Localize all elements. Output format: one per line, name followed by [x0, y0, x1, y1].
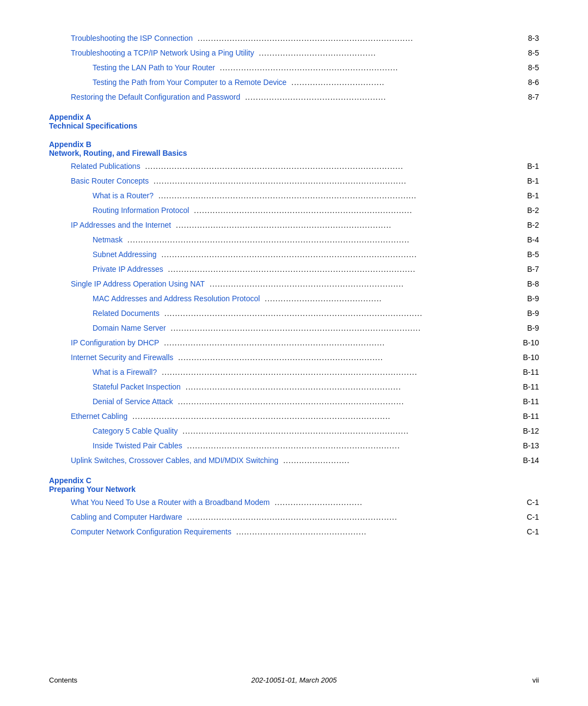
toc-row-c3: Computer Network Configuration Requireme… — [49, 526, 539, 538]
appendix-a-label: Appendix A — [49, 113, 539, 121]
footer-label: Contents — [49, 676, 77, 684]
toc-row-b8: Private IP Addresses ...................… — [49, 264, 539, 275]
toc-dots-b16: ........................................… — [183, 381, 521, 393]
toc-row-e4: Testing the Path from Your Computer to a… — [49, 77, 539, 88]
toc-link-b8[interactable]: Private IP Addresses — [93, 264, 163, 275]
toc-dots-b7: ........................................… — [159, 249, 525, 260]
toc-link-b19[interactable]: Category 5 Cable Quality — [93, 425, 177, 437]
toc-row-e2: Troubleshooting a TCP/IP Network Using a… — [49, 47, 539, 59]
toc-link-b12[interactable]: Domain Name Server — [93, 322, 166, 334]
toc-page-b5: B-2 — [527, 220, 539, 231]
toc-link-b14[interactable]: Internet Security and Firewalls — [71, 352, 173, 363]
toc-link-b2[interactable]: Basic Router Concepts — [71, 175, 149, 187]
toc-page-b9: B-8 — [527, 278, 539, 290]
toc-link-b1[interactable]: Related Publications — [71, 161, 140, 172]
toc-page-e5: 8-7 — [528, 92, 539, 103]
appendix-c-label: Appendix C — [49, 476, 539, 485]
toc-row-b2: Basic Router Concepts ..................… — [49, 175, 539, 187]
appendix-a-header: Appendix A Technical Specifications — [49, 113, 539, 130]
toc-dots-b19: ........................................… — [180, 425, 520, 437]
toc-row-b14: Internet Security and Firewalls ........… — [49, 352, 539, 363]
toc-link-b17[interactable]: Denial of Service Attack — [93, 396, 173, 407]
toc-page-b8: B-7 — [527, 264, 539, 275]
toc-page-c1: C-1 — [526, 497, 539, 508]
appendix-c-header: Appendix C Preparing Your Network — [49, 476, 539, 494]
toc-page-c3: C-1 — [526, 526, 539, 538]
toc-dots-b3: ........................................… — [156, 190, 525, 202]
toc-link-e2[interactable]: Troubleshooting a TCP/IP Network Using a… — [71, 47, 254, 59]
toc-row-b13: IP Configuration by DHCP ...............… — [49, 337, 539, 349]
toc-link-b11[interactable]: Related Documents — [93, 308, 160, 319]
toc-page-b21: B-14 — [523, 455, 539, 466]
toc-link-b21[interactable]: Uplink Switches, Crossover Cables, and M… — [71, 455, 278, 466]
toc-page-b19: B-12 — [523, 425, 539, 437]
appendix-b-entries: Related Publications ...................… — [49, 161, 539, 466]
toc-page-b18: B-11 — [523, 411, 539, 422]
toc-dots-c1: ................................. — [272, 497, 525, 508]
toc-page-b7: B-5 — [527, 249, 539, 260]
chapter8-entries: Troubleshooting the ISP Connection .....… — [49, 33, 539, 103]
toc-dots-b21: ......................... — [280, 455, 520, 466]
toc-dots-b10: ........................................… — [262, 293, 525, 305]
toc-row-b1: Related Publications ...................… — [49, 161, 539, 172]
toc-link-b9[interactable]: Single IP Address Operation Using NAT — [71, 278, 205, 290]
toc-link-b20[interactable]: Inside Twisted Pair Cables — [93, 440, 182, 452]
toc-row-b18: Ethernet Cabling .......................… — [49, 411, 539, 422]
toc-page-b3: B-1 — [527, 190, 539, 202]
toc-dots-b18: ........................................… — [130, 411, 520, 422]
toc-dots-b13: ........................................… — [161, 337, 520, 349]
toc-page-e4: 8-6 — [528, 77, 539, 88]
toc-link-e1[interactable]: Troubleshooting the ISP Connection — [71, 33, 193, 44]
toc-link-b4[interactable]: Routing Information Protocol — [93, 205, 189, 216]
toc-dots-b14: ........................................… — [175, 352, 520, 363]
toc-page-e3: 8-5 — [528, 62, 539, 74]
toc-page-e2: 8-5 — [528, 47, 539, 59]
toc-link-b16[interactable]: Stateful Packet Inspection — [93, 381, 181, 393]
toc-row-e1: Troubleshooting the ISP Connection .....… — [49, 33, 539, 44]
toc-row-b20: Inside Twisted Pair Cables .............… — [49, 440, 539, 452]
toc-link-b13[interactable]: IP Configuration by DHCP — [71, 337, 159, 349]
toc-dots-e4: ................................... — [289, 77, 525, 88]
toc-link-b10[interactable]: MAC Addresses and Address Resolution Pro… — [93, 293, 260, 305]
toc-page-b6: B-4 — [527, 234, 539, 246]
toc-row-b21: Uplink Switches, Crossover Cables, and M… — [49, 455, 539, 466]
toc-row-b11: Related Documents ......................… — [49, 308, 539, 319]
toc-row-b6: Netmask ................................… — [49, 234, 539, 246]
toc-dots-c3: ........................................… — [234, 526, 525, 538]
toc-page-b11: B-9 — [527, 308, 539, 319]
toc-link-b6[interactable]: Netmask — [93, 234, 122, 246]
toc-row-b16: Stateful Packet Inspection .............… — [49, 381, 539, 393]
toc-row-e3: Testing the LAN Path to Your Router ....… — [49, 62, 539, 74]
toc-link-b18[interactable]: Ethernet Cabling — [71, 411, 127, 422]
toc-link-c1[interactable]: What You Need To Use a Router with a Bro… — [71, 497, 270, 508]
toc-link-b3[interactable]: What is a Router? — [93, 190, 154, 202]
appendix-c-entries: What You Need To Use a Router with a Bro… — [49, 497, 539, 538]
toc-dots-b11: ........................................… — [162, 308, 525, 319]
toc-page-b14: B-10 — [523, 352, 539, 363]
toc-link-e5[interactable]: Restoring the Default Configuration and … — [71, 92, 240, 103]
toc-page-b17: B-11 — [523, 396, 539, 407]
toc-page-b1: B-1 — [527, 161, 539, 172]
toc-page-b16: B-11 — [523, 381, 539, 393]
toc-dots-e1: ........................................… — [195, 33, 526, 44]
page: Troubleshooting the ISP Connection .....… — [0, 0, 588, 706]
toc-dots-b20: ........................................… — [185, 440, 521, 452]
toc-link-e4[interactable]: Testing the Path from Your Computer to a… — [93, 77, 286, 88]
toc-link-b15[interactable]: What is a Firewall? — [93, 367, 157, 378]
appendix-a-title: Technical Specifications — [49, 121, 539, 130]
toc-link-b7[interactable]: Subnet Addressing — [93, 249, 157, 260]
toc-row-b3: What is a Router? ......................… — [49, 190, 539, 202]
toc-link-e3[interactable]: Testing the LAN Path to Your Router — [93, 62, 215, 74]
footer: Contents 202-10051-01, March 2005 vii — [49, 676, 539, 684]
toc-row-b7: Subnet Addressing ......................… — [49, 249, 539, 260]
toc-dots-b12: ........................................… — [168, 322, 525, 334]
appendix-b-label: Appendix B — [49, 140, 539, 149]
toc-dots-c2: ........................................… — [185, 512, 525, 523]
toc-row-b12: Domain Name Server .....................… — [49, 322, 539, 334]
appendix-b-header: Appendix B Network, Routing, and Firewal… — [49, 140, 539, 157]
toc-link-b5[interactable]: IP Addresses and the Internet — [71, 220, 171, 231]
toc-dots-e5: ........................................… — [242, 92, 525, 103]
toc-link-c3[interactable]: Computer Network Configuration Requireme… — [71, 526, 231, 538]
toc-row-b19: Category 5 Cable Quality ...............… — [49, 425, 539, 437]
toc-link-c2[interactable]: Cabling and Computer Hardware — [71, 512, 182, 523]
